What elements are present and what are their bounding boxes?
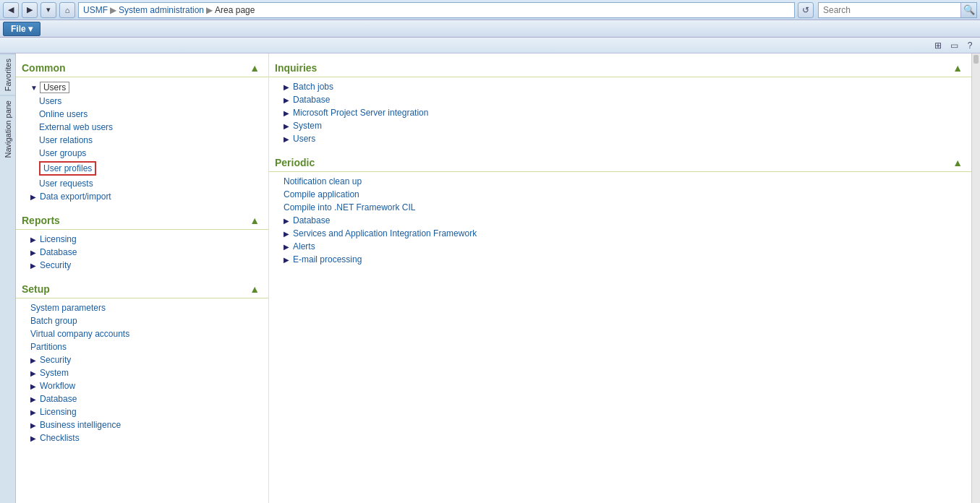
right-scrollbar[interactable] — [971, 53, 980, 503]
periodic-alerts[interactable]: ▶ Alerts — [269, 240, 971, 253]
common-section-header[interactable]: Common ▲ — [16, 59, 268, 77]
inquiries-database[interactable]: ▶ Database — [269, 93, 971, 106]
favorites-tab[interactable]: Favorites — [0, 53, 15, 95]
breadcrumb-areapage: Area page — [215, 5, 255, 15]
setup-security[interactable]: ▶ Security — [16, 353, 268, 366]
reports-database[interactable]: ▶ Database — [16, 246, 268, 259]
back-button[interactable]: ◀ — [3, 2, 19, 18]
list-view-button[interactable]: ▭ — [947, 39, 961, 52]
setup-system[interactable]: ▶ System — [16, 366, 268, 379]
periodic-services-aif[interactable]: ▶ Services and Application Integration F… — [269, 227, 971, 240]
common-user-relations-link[interactable]: User relations — [16, 134, 268, 147]
setup-workflow[interactable]: ▶ Workflow — [16, 379, 268, 392]
inquiries-batch-jobs[interactable]: ▶ Batch jobs — [269, 80, 971, 93]
setup-partitions[interactable]: Partitions — [16, 340, 268, 353]
search-button[interactable]: 🔍 — [960, 3, 976, 17]
periodic-compile-application[interactable]: Compile application — [269, 188, 971, 201]
periodic-database[interactable]: ▶ Database — [269, 214, 971, 227]
periodic-collapse-btn[interactable]: ▲ — [953, 157, 963, 168]
refresh-button[interactable]: ↺ — [798, 2, 814, 18]
setup-licensing[interactable]: ▶ Licensing — [16, 405, 268, 418]
periodic-section-header[interactable]: Periodic ▲ — [269, 154, 971, 172]
setup-system-parameters[interactable]: System parameters — [16, 301, 268, 314]
setup-database[interactable]: ▶ Database — [16, 392, 268, 405]
periodic-notification-cleanup[interactable]: Notification clean up — [269, 175, 971, 188]
reports-collapse-btn[interactable]: ▲ — [250, 215, 260, 226]
reports-security[interactable]: ▶ Security — [16, 259, 268, 272]
right-panel: Inquiries ▲ ▶ Batch jobs ▶ Database ▶ Mi… — [269, 53, 971, 503]
common-user-groups-link[interactable]: User groups — [16, 147, 268, 160]
setup-virtual-company[interactable]: Virtual company accounts — [16, 327, 268, 340]
inquiries-ms-project[interactable]: ▶ Microsoft Project Server integration — [269, 106, 971, 119]
help-button[interactable]: ? — [963, 39, 977, 52]
side-nav: Favorites Navigation pane — [0, 53, 16, 503]
common-online-users-link[interactable]: Online users — [16, 108, 268, 121]
search-box: 🔍 — [818, 2, 977, 18]
reports-licensing[interactable]: ▶ Licensing — [16, 233, 268, 246]
common-user-requests-link[interactable]: User requests — [16, 177, 268, 190]
inquiries-users[interactable]: ▶ Users — [269, 132, 971, 145]
left-panel: Common ▲ ▼ Users Users Online users Exte… — [16, 53, 269, 503]
search-input[interactable] — [819, 5, 960, 15]
common-collapse-btn[interactable]: ▲ — [250, 62, 260, 74]
setup-checklists[interactable]: ▶ Checklists — [16, 431, 268, 444]
common-user-profiles-link[interactable]: User profiles — [16, 160, 268, 177]
common-external-web-users-link[interactable]: External web users — [16, 121, 268, 134]
users-root-node: ▼ Users — [16, 80, 268, 95]
inquiries-system[interactable]: ▶ System — [269, 119, 971, 132]
inquiries-collapse-btn[interactable]: ▲ — [953, 62, 963, 74]
periodic-compile-net[interactable]: Compile into .NET Framework CIL — [269, 201, 971, 214]
forward-button[interactable]: ▶ — [22, 2, 38, 18]
common-data-export-import[interactable]: ▶ Data export/import — [16, 190, 268, 203]
reports-section-header[interactable]: Reports ▲ — [16, 212, 268, 230]
tile-view-button[interactable]: ⊞ — [931, 39, 945, 52]
setup-batch-group[interactable]: Batch group — [16, 314, 268, 327]
dropdown-button[interactable]: ▾ — [41, 2, 56, 18]
navigation-pane-tab[interactable]: Navigation pane — [0, 95, 15, 163]
inquiries-section-header[interactable]: Inquiries ▲ — [269, 59, 971, 77]
breadcrumb-sysadmin[interactable]: System administration — [119, 5, 204, 15]
file-menu-button[interactable]: File ▾ — [3, 22, 41, 36]
setup-collapse-btn[interactable]: ▲ — [250, 283, 260, 295]
breadcrumb-usmf[interactable]: USMF — [83, 5, 108, 15]
periodic-email-processing[interactable]: ▶ E-mail processing — [269, 253, 971, 266]
setup-section-header[interactable]: Setup ▲ — [16, 280, 268, 298]
setup-business-intelligence[interactable]: ▶ Business intelligence — [16, 418, 268, 431]
home-button[interactable]: ⌂ — [59, 2, 75, 18]
common-users-link[interactable]: Users — [16, 95, 268, 108]
breadcrumb: USMF ▶ System administration ▶ Area page — [78, 2, 795, 18]
